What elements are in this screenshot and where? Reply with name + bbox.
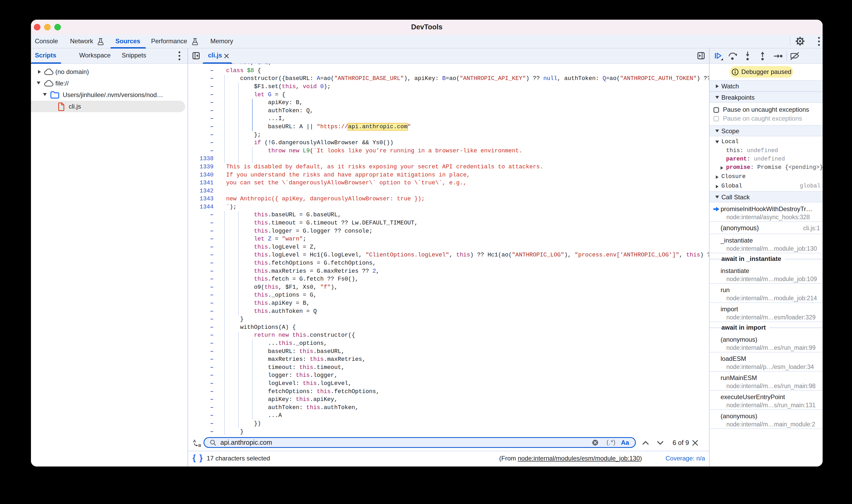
svg-text:B: B bbox=[198, 443, 201, 448]
svg-text:A: A bbox=[193, 439, 196, 443]
